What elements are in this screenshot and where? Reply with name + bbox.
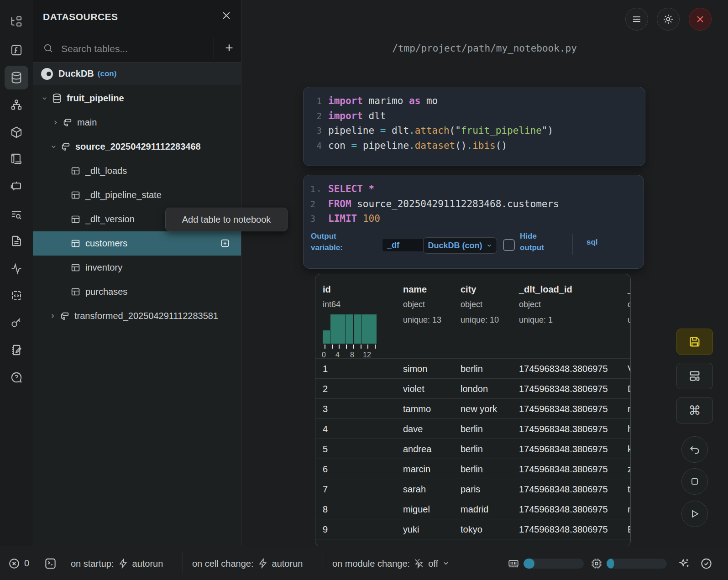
fold-chevron-icon[interactable]: ⌄ (315, 186, 323, 193)
run-button[interactable] (681, 501, 708, 527)
save-icon (688, 335, 701, 348)
schema-icon (60, 311, 70, 321)
database-icon (52, 93, 62, 104)
panel-title: DATASOURCES (43, 11, 118, 22)
shutdown-button[interactable] (689, 8, 712, 31)
command-icon: ⌘ (689, 403, 701, 418)
chevron-down-icon[interactable] (41, 95, 48, 102)
schema-icon (63, 118, 73, 128)
table-icon (71, 214, 80, 224)
cpu-icon (591, 558, 602, 570)
package-icon[interactable] (10, 126, 23, 139)
on-cell-change-config[interactable]: on cell change: autorun (192, 558, 303, 569)
scratchpad-icon[interactable] (10, 344, 23, 356)
divider (323, 552, 323, 573)
table-row[interactable]: 4daveberlin1745968348.3806975h (315, 418, 630, 439)
column-header[interactable]: _dlt_load_id (519, 284, 572, 295)
table-label: _dlt_loads (85, 166, 127, 176)
dependency-graph-icon[interactable] (10, 99, 23, 111)
chevron-right-icon[interactable] (49, 313, 56, 319)
layout-toggle-button[interactable] (676, 363, 713, 389)
tree-item-schema-main[interactable]: main (33, 110, 241, 135)
hide-output-checkbox[interactable] (503, 239, 515, 251)
connection-status[interactable] (700, 557, 712, 570)
language-badge[interactable]: sql (587, 237, 598, 248)
function-square-icon[interactable] (10, 44, 23, 57)
ai-assistant-button[interactable] (678, 558, 690, 570)
command-palette-button[interactable]: ⌘ (676, 397, 713, 423)
table-row[interactable]: 7sarahparis1745968348.3806975t (315, 479, 630, 499)
table-row[interactable]: 3tammonew york1745968348.3806975r (315, 398, 630, 419)
key-icon[interactable] (10, 317, 23, 329)
python-cell[interactable]: 1 import marimo as mo 2 import dlt 3 pip… (303, 87, 645, 166)
terminal-button[interactable] (44, 557, 57, 570)
column-header[interactable]: id (323, 284, 331, 295)
table-row[interactable]: 2violetlondon1745968348.3806975D (315, 378, 630, 399)
code-line: 3 LIMIT 100 (304, 211, 644, 226)
interrupt-button[interactable] (681, 468, 708, 495)
tree-item-table[interactable]: _dlt_pipeline_state (33, 183, 241, 207)
table-row[interactable]: 8miguelmadrid1745968348.3806975r (315, 499, 630, 519)
cpu-progress-bar (607, 559, 667, 569)
tree-item-schema-transformed[interactable]: transformed_202504291112283581 (33, 304, 241, 328)
divider (183, 552, 183, 573)
table-row[interactable]: 6marcinberlin1745968348.3806975z (315, 459, 630, 479)
undo-button[interactable] (681, 436, 708, 463)
cpu-usage[interactable] (591, 558, 667, 570)
settings-button[interactable] (657, 8, 680, 31)
document-icon[interactable] (10, 235, 23, 247)
tree-item-table[interactable]: inventory (33, 256, 241, 280)
on-startup-config[interactable]: on startup: autorun (71, 558, 163, 569)
tree-item-table[interactable]: purchases (33, 280, 241, 304)
tree-item-schema-source[interactable]: source_202504291112283468 (33, 135, 241, 159)
notebook-file-path[interactable]: /tmp/project/path/my_notebook.py (241, 43, 728, 54)
table-icon (71, 166, 80, 176)
tree-item-table[interactable]: _dlt_loads (33, 159, 241, 183)
save-button[interactable] (676, 329, 713, 355)
chevron-down-icon (442, 560, 450, 567)
schema-label: transformed_202504291112283581 (74, 311, 218, 321)
error-count[interactable]: 0 (8, 558, 29, 570)
histogram-ticks (325, 345, 376, 349)
sql-cell[interactable]: 1⌄ SELECT * 2 FROM source_20250429111228… (303, 175, 644, 269)
column-header[interactable]: _dlt_id (628, 284, 631, 295)
scroll-icon[interactable] (10, 153, 23, 165)
close-panel-icon[interactable] (221, 10, 232, 21)
chevron-right-icon[interactable] (52, 119, 59, 126)
zap-off-icon (414, 559, 424, 569)
memory-icon (508, 558, 519, 570)
tree-item-database[interactable]: fruit_pipeline (33, 86, 241, 110)
engine-select[interactable]: DuckDB (con) (423, 237, 497, 254)
help-icon[interactable] (10, 371, 23, 384)
table-icon (71, 263, 80, 272)
tree-item-table-customers-selected[interactable]: customers (33, 231, 241, 256)
table-label: inventory (85, 262, 122, 273)
table-icon (71, 190, 80, 200)
activity-icon[interactable] (10, 262, 23, 275)
table-row[interactable]: 9yukitokyo1745968348.3806975E (315, 519, 630, 539)
output-variable-input[interactable] (382, 238, 424, 252)
on-module-change-config[interactable]: on module change: off (332, 558, 450, 569)
id-histogram (323, 314, 377, 344)
code-line: 1 import marimo as mo (304, 94, 645, 109)
add-table-to-notebook-icon[interactable] (220, 238, 230, 248)
duckdb-connection-row[interactable]: DuckDB (con) (33, 63, 241, 85)
table-label: purchases (85, 287, 127, 297)
play-icon (689, 508, 700, 519)
file-tree-icon[interactable] (10, 16, 23, 28)
code-snippet-icon[interactable] (10, 290, 23, 302)
menu-button[interactable] (625, 8, 648, 31)
search-input[interactable] (60, 39, 208, 58)
column-header[interactable]: city (461, 284, 476, 295)
add-datasource-button[interactable]: + (221, 40, 237, 57)
column-header[interactable]: name (403, 284, 427, 295)
database-icon[interactable] (10, 71, 23, 84)
chatbot-icon[interactable] (10, 180, 23, 193)
table-icon (71, 287, 80, 297)
result-table[interactable]: id int64 0 4 8 12 name object unique: 13… (315, 274, 631, 547)
table-row[interactable]: 5andreaberlin1745968348.3806975k (315, 439, 630, 459)
memory-usage[interactable] (508, 558, 584, 570)
text-search-icon[interactable] (10, 209, 23, 221)
table-row[interactable]: 1simonberlin1745968348.3806975V (315, 358, 630, 379)
chevron-down-icon[interactable] (50, 143, 57, 150)
